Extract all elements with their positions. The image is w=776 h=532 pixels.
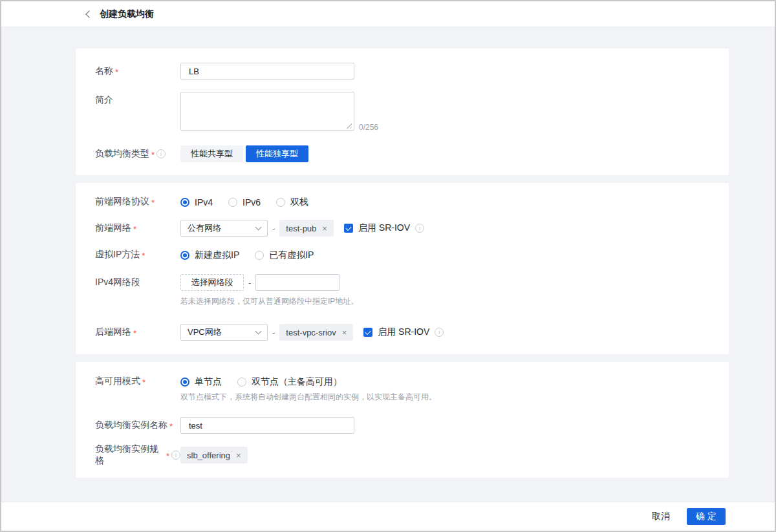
intro-field-row: 简介 0/256 [76,92,729,133]
char-counter: 0/256 [359,123,378,133]
required-mark: * [142,378,146,387]
ipv4-segment-hint: 若未选择网络段，仅可从普通网络段中指定IP地址。 [180,296,358,307]
close-icon[interactable]: × [322,224,327,233]
separator: - [272,328,275,337]
separator: - [248,278,251,288]
intro-textarea-wrap [180,92,354,133]
backend-sriov-checkbox[interactable]: 启用 SR-IOV [363,326,429,338]
instance-name-label: 负载均衡实例名称* [76,417,180,434]
vip-method-row: 虚拟IP方法* 新建虚拟IP 已有虚拟IP [76,250,729,261]
radio-icon [180,378,189,387]
required-mark: * [169,421,173,431]
intro-textarea[interactable] [180,92,354,131]
required-mark: * [142,251,145,261]
info-icon[interactable]: i [156,149,166,158]
name-input[interactable] [180,63,354,80]
radio-ipv6[interactable]: IPv6 [228,197,261,207]
instance-offering-label: 负载均衡实例规格* i [76,447,180,463]
instance-name-row: 负载均衡实例名称* [76,417,729,434]
back-icon [85,10,92,17]
required-mark: * [166,451,169,461]
radio-icon [228,198,237,207]
radio-dual-node[interactable]: 双节点（主备高可用） [237,376,342,388]
radio-icon [255,251,264,260]
required-mark: * [133,328,136,338]
frontend-protocol-row: 前端网络协议* IPv4 IPv6 双栈 [76,183,729,208]
radio-icon [276,198,285,207]
ha-card: 高可用模式* 单节点 双节点（主备高可用） 双节点模式下，系统将自动创建两台配置 [76,362,729,478]
frontend-network-label: 前端网络* [76,220,180,237]
page-footer: 取消 确定 [1,502,775,531]
ha-mode-label: 高可用模式* [76,376,180,387]
backend-network-tag: test-vpc-sriov × [279,324,353,341]
backend-network-label: 后端网络* [76,324,180,341]
instance-offering-tag: slb_offering × [180,447,248,463]
radio-icon [237,378,246,387]
name-field-row: 名称* [76,48,729,80]
radio-single-node[interactable]: 单节点 [180,376,222,388]
back-button[interactable] [81,8,94,21]
frontend-network-tag: test-pub × [279,220,334,237]
close-icon[interactable]: × [236,451,241,460]
cancel-button[interactable]: 取消 [652,511,670,522]
lb-type-shared-button[interactable]: 性能共享型 [180,145,243,162]
basic-info-card: 名称* 简介 0/256 负载均衡类型* [76,48,729,175]
page-header: 创建负载均衡 [1,1,775,27]
confirm-button[interactable]: 确定 [687,508,726,525]
ha-mode-row: 高可用模式* 单节点 双节点（主备高可用） 双节点模式下，系统将自动创建两台配置 [76,362,729,403]
required-mark: * [115,67,118,77]
choose-segment-button[interactable]: 选择网络段 [180,274,244,291]
backend-network-row: 后端网络* VPC网络 - test-vpc-sriov × 启用 SR-IOV [76,324,729,354]
checkbox-icon [344,224,353,233]
form-body: 名称* 简介 0/256 负载均衡类型* [1,27,775,502]
instance-name-input[interactable] [180,417,354,434]
frontend-sriov-checkbox[interactable]: 启用 SR-IOV [344,222,410,234]
chevron-down-icon [255,328,262,335]
ha-mode-hint: 双节点模式下，系统将自动创建两台配置相同的实例，以实现主备高可用。 [180,392,436,403]
info-icon[interactable]: i [435,328,444,337]
lb-type-row: 负载均衡类型* i 性能共享型 性能独享型 [76,145,729,175]
info-icon[interactable]: i [171,451,180,460]
intro-label: 简介 [76,92,180,109]
frontend-network-row: 前端网络* 公有网络 - test-pub × 启用 SR-IOV [76,220,729,237]
required-mark: * [151,198,155,207]
vip-method-label: 虚拟IP方法* [76,250,180,260]
checkbox-icon [363,328,372,337]
page-title: 创建负载均衡 [100,8,154,20]
separator: - [272,224,275,233]
radio-icon [180,198,189,207]
lb-type-label: 负载均衡类型* i [76,145,180,162]
network-card: 前端网络协议* IPv4 IPv6 双栈 [76,183,729,354]
lb-type-dedicated-button[interactable]: 性能独享型 [246,145,308,162]
required-mark: * [133,224,136,234]
radio-icon [180,251,189,260]
radio-ipv4[interactable]: IPv4 [180,197,213,207]
backend-network-select[interactable]: VPC网络 [180,324,268,341]
required-mark: * [151,150,155,160]
radio-new-vip[interactable]: 新建虚拟IP [180,250,239,261]
ipv4-segment-row: IPv4网络段 选择网络段 - 若未选择网络段，仅可从普通网络段中指定IP地址。 [76,274,729,307]
frontend-network-select[interactable]: 公有网络 [180,220,268,237]
ipv4-segment-label: IPv4网络段 [76,274,180,291]
instance-offering-row: 负载均衡实例规格* i slb_offering × [76,447,729,478]
frontend-protocol-label: 前端网络协议* [76,197,180,207]
ipv4-address-input[interactable] [255,274,339,291]
name-label: 名称* [76,63,180,80]
create-load-balancer-page: 创建负载均衡 名称* 简介 0/2 [0,0,776,532]
info-icon[interactable]: i [415,224,424,233]
close-icon[interactable]: × [342,328,347,337]
radio-existing-vip[interactable]: 已有虚拟IP [255,250,314,261]
chevron-down-icon [255,224,262,231]
radio-dual-stack[interactable]: 双栈 [276,197,308,208]
